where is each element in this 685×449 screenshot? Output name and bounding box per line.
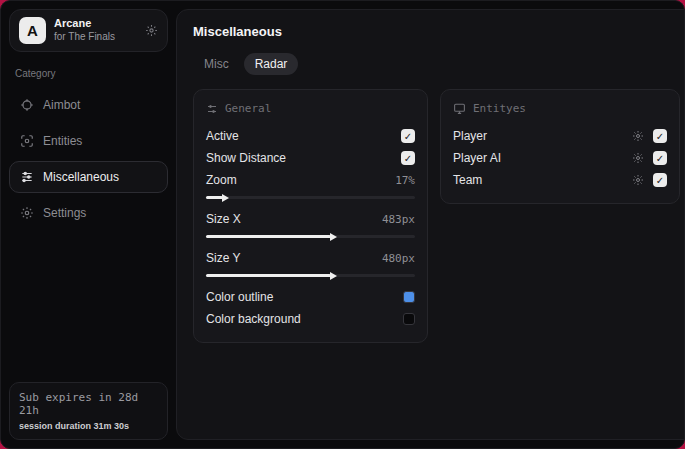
app-name: Arcane bbox=[54, 17, 137, 31]
gear-icon bbox=[20, 206, 34, 220]
slider-label: Size X bbox=[206, 212, 241, 226]
player-checkbox[interactable]: ✓ bbox=[653, 129, 667, 143]
entity-controls: ✓ bbox=[632, 129, 667, 143]
session-duration-text: session duration 31m 30s bbox=[19, 421, 158, 431]
slider-thumb[interactable] bbox=[222, 194, 229, 202]
app-titles: Arcane for The Finals bbox=[54, 17, 137, 43]
general-card: General Active ✓ Show Distance ✓ Zoom 17… bbox=[193, 89, 428, 343]
entity-controls: ✓ bbox=[632, 173, 667, 187]
entity-controls: ✓ bbox=[632, 151, 667, 165]
sliders-icon bbox=[20, 170, 34, 184]
general-card-header: General bbox=[206, 102, 415, 115]
size-y-slider-fill bbox=[206, 274, 331, 277]
check-icon: ✓ bbox=[656, 131, 664, 142]
sidebar-item-aimbot[interactable]: Aimbot bbox=[9, 89, 168, 121]
toggle-row-active: Active ✓ bbox=[206, 125, 415, 147]
size-y-slider[interactable] bbox=[206, 274, 415, 277]
slider-row-size-y: Size Y 480px bbox=[206, 247, 415, 269]
color-row-background: Color background bbox=[206, 308, 415, 330]
gear-icon[interactable] bbox=[632, 152, 644, 164]
slider-thumb[interactable] bbox=[330, 233, 337, 241]
size-x-slider[interactable] bbox=[206, 235, 415, 238]
gear-icon[interactable] bbox=[632, 130, 644, 142]
tab-misc[interactable]: Misc bbox=[193, 53, 240, 75]
check-icon: ✓ bbox=[656, 175, 664, 186]
check-icon: ✓ bbox=[404, 131, 412, 142]
zoom-slider[interactable] bbox=[206, 196, 415, 199]
color-label: Color outline bbox=[206, 290, 273, 304]
subscription-card: Sub expires in 28d 21h session duration … bbox=[9, 382, 168, 440]
zoom-slider-fill bbox=[206, 196, 223, 199]
crosshair-icon bbox=[20, 98, 34, 112]
app-header-card: A Arcane for The Finals bbox=[9, 9, 168, 52]
entity-row-player: Player ✓ bbox=[453, 125, 667, 147]
slider-row-size-x: Size X 483px bbox=[206, 208, 415, 230]
sidebar: A Arcane for The Finals Category Aimbot … bbox=[1, 1, 176, 448]
app-window: A Arcane for The Finals Category Aimbot … bbox=[0, 0, 685, 449]
entities-card: Entityes Player ✓ Player AI bbox=[440, 89, 680, 204]
entity-row-team: Team ✓ bbox=[453, 169, 667, 191]
player-ai-checkbox[interactable]: ✓ bbox=[653, 151, 667, 165]
cards-row: General Active ✓ Show Distance ✓ Zoom 17… bbox=[193, 89, 680, 343]
tab-radar[interactable]: Radar bbox=[244, 53, 299, 75]
sidebar-item-entities[interactable]: Entities bbox=[9, 125, 168, 157]
slider-label: Size Y bbox=[206, 251, 240, 265]
entity-label: Player AI bbox=[453, 151, 501, 165]
size-x-slider-fill bbox=[206, 235, 331, 238]
scan-icon bbox=[20, 134, 34, 148]
check-icon: ✓ bbox=[656, 153, 664, 164]
gear-icon[interactable] bbox=[632, 174, 644, 186]
entities-card-header: Entityes bbox=[453, 102, 667, 115]
slider-value: 17% bbox=[395, 174, 415, 187]
show-distance-checkbox[interactable]: ✓ bbox=[401, 151, 415, 165]
entity-label: Player bbox=[453, 129, 487, 143]
sidebar-item-label: Entities bbox=[43, 134, 82, 148]
tab-bar: Misc Radar bbox=[193, 53, 680, 75]
toggle-label: Show Distance bbox=[206, 151, 286, 165]
toggle-label: Active bbox=[206, 129, 239, 143]
color-background-swatch[interactable] bbox=[403, 313, 415, 325]
app-logo: A bbox=[19, 17, 46, 44]
slider-label: Zoom bbox=[206, 173, 237, 187]
color-label: Color background bbox=[206, 312, 301, 326]
sub-expires-text: Sub expires in 28d 21h bbox=[19, 391, 158, 417]
active-checkbox[interactable]: ✓ bbox=[401, 129, 415, 143]
main-panel: Miscellaneous Misc Radar General Active … bbox=[176, 9, 685, 440]
entity-label: Team bbox=[453, 173, 482, 187]
entity-row-player-ai: Player AI ✓ bbox=[453, 147, 667, 169]
sliders-icon bbox=[206, 103, 218, 115]
team-checkbox[interactable]: ✓ bbox=[653, 173, 667, 187]
sidebar-item-label: Aimbot bbox=[43, 98, 80, 112]
slider-row-zoom: Zoom 17% bbox=[206, 169, 415, 191]
entities-card-title: Entityes bbox=[473, 102, 526, 115]
sidebar-spacer bbox=[9, 231, 168, 382]
slider-thumb[interactable] bbox=[330, 272, 337, 280]
sidebar-item-settings[interactable]: Settings bbox=[9, 197, 168, 229]
category-label: Category bbox=[15, 68, 162, 79]
sidebar-item-miscellaneous[interactable]: Miscellaneous bbox=[9, 161, 168, 193]
general-card-title: General bbox=[225, 102, 271, 115]
sidebar-item-label: Miscellaneous bbox=[43, 170, 119, 184]
color-row-outline: Color outline bbox=[206, 286, 415, 308]
sidebar-item-label: Settings bbox=[43, 206, 86, 220]
slider-value: 480px bbox=[382, 252, 415, 265]
page-title: Miscellaneous bbox=[193, 24, 680, 39]
toggle-row-show-distance: Show Distance ✓ bbox=[206, 147, 415, 169]
gear-icon[interactable] bbox=[145, 24, 158, 37]
slider-value: 483px bbox=[382, 213, 415, 226]
color-outline-swatch[interactable] bbox=[403, 291, 415, 303]
check-icon: ✓ bbox=[404, 153, 412, 164]
app-subtitle: for The Finals bbox=[54, 31, 137, 44]
monitor-icon bbox=[453, 102, 466, 115]
